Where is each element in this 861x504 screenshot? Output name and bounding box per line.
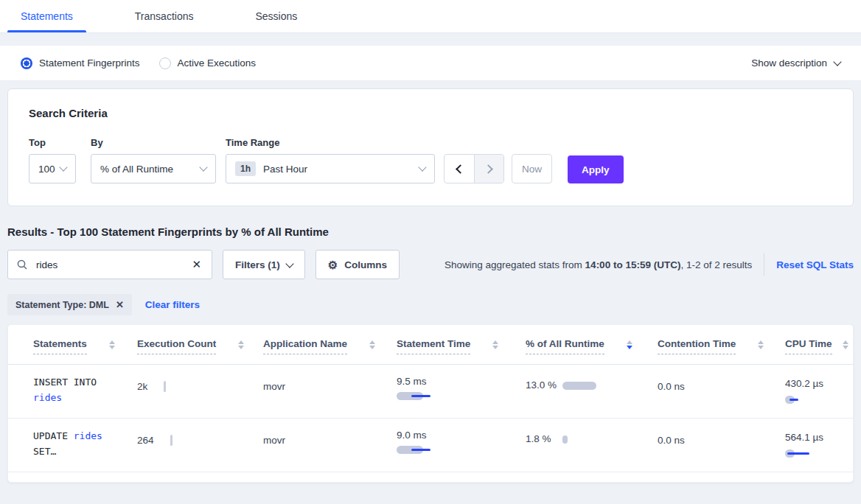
- sort-arrows-icon[interactable]: [758, 340, 764, 349]
- prev-time-button[interactable]: [445, 155, 474, 183]
- statement-search-box[interactable]: ✕: [7, 250, 212, 279]
- sort-down-icon: [843, 346, 848, 349]
- top-label: Top: [29, 137, 91, 148]
- by-label: By: [91, 137, 226, 148]
- chevron-down-icon: [418, 163, 426, 171]
- bar-line-icon: [411, 395, 430, 397]
- top-select-value: 100: [38, 164, 55, 175]
- bar-track-icon: [562, 382, 596, 390]
- column-header-statement-time[interactable]: Statement Time: [397, 325, 526, 364]
- sort-up-icon: [843, 340, 848, 344]
- execution-count-cell: 2k: [137, 381, 263, 392]
- chevron-right-icon: [484, 164, 493, 174]
- tab-sessions[interactable]: Sessions: [242, 0, 310, 32]
- columns-button-label: Columns: [344, 259, 387, 270]
- column-header-cpu-time[interactable]: CPU Time: [785, 325, 848, 364]
- chevron-left-icon: [456, 164, 465, 174]
- search-input[interactable]: [35, 259, 190, 271]
- sort-arrows-icon[interactable]: [369, 340, 375, 349]
- sort-arrows-icon[interactable]: [627, 340, 632, 349]
- column-header-statements[interactable]: Statements: [33, 325, 137, 364]
- sort-down-icon: [369, 346, 375, 349]
- radio-active-executions[interactable]: Active Executions: [159, 57, 257, 69]
- by-select[interactable]: % of All Runtime: [91, 154, 216, 183]
- column-header-application-name[interactable]: Application Name: [263, 325, 397, 364]
- apply-button[interactable]: Apply: [568, 155, 624, 183]
- now-button[interactable]: Now: [512, 154, 552, 183]
- columns-button[interactable]: ⚙ Columns: [316, 250, 400, 279]
- bar-track-icon: [562, 435, 568, 444]
- application-name-cell: movr: [263, 435, 397, 446]
- stats-text-suffix: , 1-2 of 2 results: [680, 259, 752, 270]
- sort-up-icon: [492, 340, 498, 344]
- cpu-time-cell: 430.2 µs: [785, 374, 825, 404]
- column-header-label: Contention Time: [658, 338, 736, 354]
- clear-filters-link[interactable]: Clear filters: [145, 299, 200, 310]
- reset-sql-stats-link[interactable]: Reset SQL Stats: [776, 259, 854, 270]
- time-nav-group: [444, 154, 504, 183]
- sort-up-icon: [369, 340, 375, 344]
- statement-time-value: 9.0 ms: [397, 430, 427, 441]
- value-bar: [397, 392, 430, 400]
- cpu-time-value: 564.1 µs: [785, 428, 825, 447]
- tab-transactions[interactable]: Transactions: [122, 0, 207, 32]
- statement-text: UPDATE: [33, 430, 74, 441]
- column-header--of-all-runtime[interactable]: % of All Runtime: [526, 325, 658, 364]
- column-header-label: Execution Count: [137, 338, 216, 354]
- value-bar: [562, 382, 596, 390]
- time-range-badge: 1h: [235, 161, 256, 176]
- chevron-down-icon: [59, 163, 67, 171]
- sort-arrows-icon[interactable]: [843, 340, 848, 349]
- contention-time-cell: 0.0 ns: [658, 435, 785, 446]
- value-bar: [562, 435, 568, 444]
- show-description-label: Show description: [751, 57, 827, 69]
- statement-table-link[interactable]: rides: [74, 430, 102, 441]
- time-range-label: Time Range: [226, 137, 444, 148]
- tab-statements[interactable]: Statements: [7, 0, 86, 32]
- active-filters-row: Statement Type: DML ✕ Clear filters: [7, 294, 854, 315]
- top-select[interactable]: 100: [29, 154, 76, 183]
- search-icon: [17, 259, 27, 270]
- results-heading: Results - Top 100 Statement Fingerprints…: [7, 225, 854, 238]
- chevron-down-icon: [199, 163, 207, 171]
- next-time-button[interactable]: [474, 155, 503, 183]
- column-header-label: Statements: [33, 338, 87, 354]
- clear-search-icon[interactable]: ✕: [190, 258, 203, 271]
- sort-arrows-icon[interactable]: [492, 340, 498, 349]
- execution-count-bar-icon: [164, 381, 166, 392]
- show-description-toggle[interactable]: Show description: [751, 57, 840, 69]
- statement-text: INSERT INTO: [33, 377, 97, 388]
- statement-cell[interactable]: INSERT INTO rides: [33, 374, 119, 405]
- time-range-value: Past Hour: [263, 164, 307, 175]
- statement-table-link[interactable]: rides: [33, 392, 62, 403]
- filters-button[interactable]: Filters (1): [223, 250, 305, 279]
- statement-cell[interactable]: UPDATE rides SET…: [33, 428, 119, 459]
- radio-selected-icon: [21, 57, 32, 69]
- time-range-select[interactable]: 1h Past Hour: [226, 154, 435, 183]
- remove-filter-icon[interactable]: ✕: [116, 299, 124, 310]
- view-toggle-bar: Statement Fingerprints Active Executions…: [0, 46, 861, 81]
- filter-chip-label: Statement Type: DML: [15, 300, 109, 310]
- value-bar: [785, 449, 809, 458]
- sort-arrows-icon[interactable]: [109, 340, 115, 349]
- sort-arrows-icon[interactable]: [238, 340, 244, 349]
- filter-chip-statement-type[interactable]: Statement Type: DML ✕: [7, 294, 132, 315]
- column-header-execution-count[interactable]: Execution Count: [137, 325, 263, 364]
- contention-time-cell: 0.0 ns: [658, 381, 785, 392]
- stats-summary: Showing aggregated stats from 14:00 to 1…: [445, 253, 854, 276]
- chevron-down-icon: [833, 57, 841, 66]
- radio-statement-fingerprints[interactable]: Statement Fingerprints: [21, 57, 140, 69]
- bar-line-icon: [787, 452, 809, 455]
- filters-button-label: Filters (1): [235, 259, 280, 270]
- sort-up-icon: [627, 340, 632, 344]
- column-header-contention-time[interactable]: Contention Time: [658, 325, 785, 364]
- sort-up-icon: [238, 340, 244, 344]
- column-header-label: Application Name: [263, 338, 347, 354]
- cpu-time-cell: 564.1 µs: [785, 428, 825, 458]
- chevron-down-icon: [285, 259, 293, 267]
- column-header-label: Statement Time: [397, 338, 470, 354]
- execution-count-bar-icon: [170, 435, 172, 446]
- bar-line-icon: [789, 399, 798, 401]
- stats-text-prefix: Showing aggregated stats from: [445, 259, 585, 270]
- column-header-label: CPU Time: [785, 338, 832, 354]
